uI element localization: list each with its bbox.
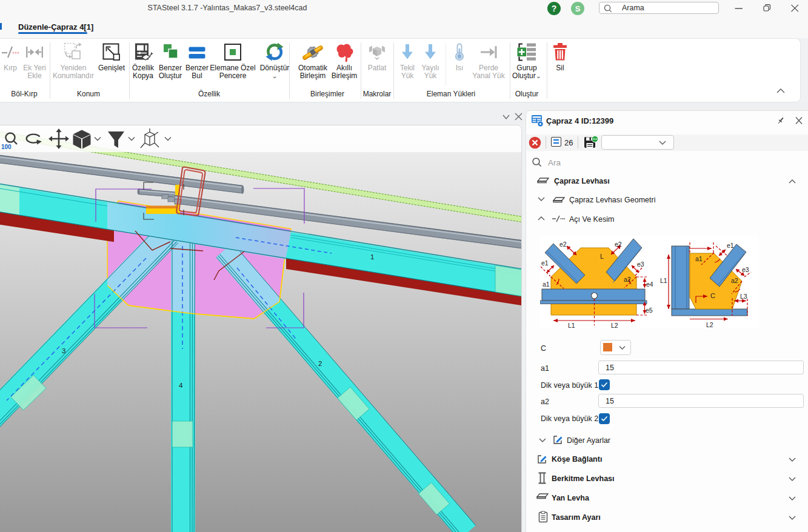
- svg-text:100: 100: [1, 144, 12, 150]
- svg-text:L1: L1: [568, 322, 575, 328]
- svg-text:L1: L1: [660, 277, 667, 284]
- svg-text:e2: e2: [615, 241, 622, 248]
- svg-text:e2: e2: [559, 241, 567, 248]
- svg-text:4: 4: [179, 382, 183, 389]
- svg-text:e5: e5: [646, 307, 653, 314]
- svg-text:e4: e4: [646, 281, 653, 288]
- svg-text:a2: a2: [624, 276, 631, 283]
- svg-text:L2: L2: [611, 322, 618, 328]
- svg-text:1: 1: [370, 253, 374, 261]
- svg-text:e3: e3: [742, 266, 749, 273]
- svg-text:a2: a2: [731, 277, 738, 284]
- svg-text:3: 3: [62, 347, 65, 354]
- svg-text:e1: e1: [541, 259, 549, 267]
- svg-text:L: L: [600, 253, 604, 260]
- svg-text:2: 2: [318, 360, 322, 367]
- svg-text:e3: e3: [637, 261, 644, 268]
- svg-text:?: ?: [552, 4, 557, 13]
- svg-text:e1: e1: [727, 242, 734, 249]
- svg-text:L2: L2: [706, 321, 713, 328]
- svg-text:L3: L3: [740, 293, 747, 300]
- svg-text:S: S: [575, 4, 581, 13]
- svg-text:a1: a1: [543, 281, 550, 288]
- svg-text:a1: a1: [695, 255, 703, 262]
- svg-text:C: C: [710, 292, 715, 299]
